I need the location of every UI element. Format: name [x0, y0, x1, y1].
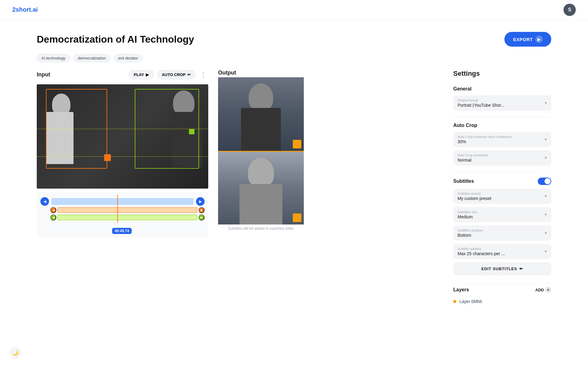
add-layer-label: ADD — [535, 288, 544, 292]
indicator-green-1 — [189, 129, 194, 134]
settings-layers-title: Layers — [453, 287, 469, 293]
settings-subtitles-title: Subtitles — [453, 178, 474, 184]
subtitles-position-dropdown[interactable]: Subtitles position Bottom ▼ — [453, 225, 551, 241]
min-confidence-label: Auto Crop minimum face confidence — [458, 135, 547, 139]
moon-icon: 🌙 — [12, 350, 18, 356]
more-options-button[interactable]: ⋮ — [198, 70, 208, 79]
out-body-1 — [241, 108, 281, 151]
subtitles-size-value: Medium — [458, 214, 547, 219]
divider-1 — [453, 117, 551, 117]
edit-icon: ✏ — [519, 266, 523, 271]
play-label: PLAY — [134, 72, 144, 77]
out-head-1 — [249, 83, 273, 111]
edit-subtitles-label: EDIT SUBTITLES — [481, 266, 517, 271]
subtitle-note: Subtitles will be added to exported vide… — [218, 226, 304, 231]
yellow-corner-bottom — [293, 213, 301, 222]
timeline-row-1: ◀ ▶ — [40, 197, 205, 206]
subtitles-preset-label: Subtitles preset — [458, 192, 547, 195]
settings-general-title: General — [453, 86, 551, 92]
green-track[interactable] — [58, 215, 197, 220]
export-button[interactable]: EXPORT ▶ — [504, 32, 551, 47]
export-label: EXPORT — [513, 37, 533, 42]
add-layer-button[interactable]: ADD + — [535, 287, 551, 293]
toggle-knob — [545, 178, 551, 184]
layer-name: Layer 0Mhb — [459, 299, 482, 304]
input-panel-title: Input — [37, 71, 50, 78]
input-panel-header: Input PLAY ▶ AUTO CROP ✂ ⋮ — [37, 70, 208, 79]
autocrop-label: AUTO CROP — [162, 72, 186, 77]
orange-track-left-handle[interactable]: ◀ — [50, 207, 56, 213]
sensitivity-arrow-icon: ▼ — [544, 156, 548, 160]
subtitle-splitting-dropdown[interactable]: Subtitle splitting Max 25 characters per… — [453, 244, 551, 259]
subtitles-size-label: Subtitles size — [458, 210, 547, 214]
input-video-bg — [37, 84, 208, 189]
orange-track-right-handle[interactable]: ▶ — [198, 207, 205, 213]
green-track-right-handle[interactable]: ▶ — [198, 214, 205, 220]
autocrop-button[interactable]: AUTO CROP ✂ — [157, 70, 195, 79]
timeline-container: ◀ ▶ ◀ ▶ ◀ ▶ — [37, 192, 208, 238]
panels-row: Input PLAY ▶ AUTO CROP ✂ ⋮ — [37, 70, 551, 306]
timeline-nav-left[interactable]: ◀ — [40, 197, 49, 206]
timeline-row-2: ◀ ▶ — [50, 207, 205, 213]
subtitles-header: Subtitles — [453, 178, 551, 185]
subtitles-toggle[interactable] — [538, 178, 551, 185]
page-title: Democratization of AI Technology — [37, 34, 194, 45]
layer-item: Layer 0Mhb — [453, 297, 551, 306]
out-body-2 — [239, 184, 282, 224]
tag-evil-dictator[interactable]: evil dictator — [114, 54, 143, 62]
divider-2 — [453, 172, 551, 172]
main-timeline-track[interactable] — [51, 198, 194, 205]
dark-mode-toggle[interactable]: 🌙 — [10, 347, 21, 358]
output-panel-title: Output — [218, 70, 236, 76]
more-icon: ⋮ — [200, 71, 206, 78]
time-badge: 00:45.74 — [112, 228, 131, 234]
output-video-top — [218, 77, 304, 151]
output-panel-header: Output — [218, 70, 304, 76]
output-video-bottom — [218, 151, 304, 224]
edit-subtitles-button[interactable]: EDIT SUBTITLES ✏ — [453, 262, 551, 275]
subtitle-splitting-label: Subtitle splitting — [458, 247, 547, 251]
settings-title: Settings — [453, 70, 551, 78]
output-format-label: Output format — [458, 98, 547, 102]
subtitles-preset-dropdown[interactable]: Subtitles preset My custom preset ▼ — [453, 189, 551, 204]
sensitivity-dropdown[interactable]: Auto Crop sensitivity Normal ▼ — [453, 150, 551, 166]
timeline-row-3: ◀ ▶ — [50, 214, 205, 220]
plus-icon: + — [545, 287, 551, 293]
layer-dot — [453, 300, 456, 303]
green-track-left-handle[interactable]: ◀ — [50, 214, 56, 220]
logo: 2short.ai — [12, 6, 38, 13]
output-format-value: Portrait (YouTube Shor... — [458, 103, 547, 108]
input-video-container — [37, 84, 208, 189]
tag-ai-technology[interactable]: AI technology — [37, 54, 70, 62]
min-confidence-dropdown[interactable]: Auto Crop minimum face confidence 30% ▼ — [453, 132, 551, 147]
subtitle-splitting-arrow-icon: ▼ — [544, 249, 548, 254]
output-panel: Output Subtitles will be added to export… — [218, 70, 304, 231]
navbar: 2short.ai S — [0, 0, 588, 20]
out-head-2 — [248, 158, 274, 187]
min-confidence-value: 30% — [458, 139, 547, 144]
main-content: Democratization of AI Technology EXPORT … — [0, 20, 588, 319]
subtitles-position-label: Subtitles position — [458, 228, 547, 232]
yellow-corner-top — [293, 140, 301, 148]
h-line-top — [37, 129, 208, 129]
subtitles-position-value: Bottom — [458, 233, 547, 238]
tags-row: AI technology democratization evil dicta… — [37, 54, 551, 62]
output-format-dropdown[interactable]: Output format Portrait (YouTube Shor... … — [453, 95, 551, 111]
layers-header: Layers ADD + — [453, 287, 551, 293]
playhead-line — [117, 195, 118, 223]
avatar[interactable]: S — [564, 4, 576, 16]
input-panel-controls: PLAY ▶ AUTO CROP ✂ ⋮ — [129, 70, 208, 79]
play-icon: ▶ — [146, 72, 149, 77]
timeline-nav-right[interactable]: ▶ — [196, 197, 205, 206]
logo-text: 2short.ai — [12, 6, 38, 13]
settings-panel: Settings General Output format Portrait … — [453, 70, 551, 306]
subtitles-position-arrow-icon: ▼ — [544, 231, 548, 235]
crop-icon: ✂ — [187, 72, 191, 77]
tag-democratization[interactable]: democratization — [73, 54, 111, 62]
play-button[interactable]: PLAY ▶ — [129, 70, 154, 79]
subtitles-size-dropdown[interactable]: Subtitles size Medium ▼ — [453, 207, 551, 222]
divider-3 — [453, 283, 551, 284]
h-line-mid — [37, 156, 208, 157]
orange-track[interactable] — [58, 207, 197, 213]
sensitivity-value: Normal — [458, 158, 547, 163]
